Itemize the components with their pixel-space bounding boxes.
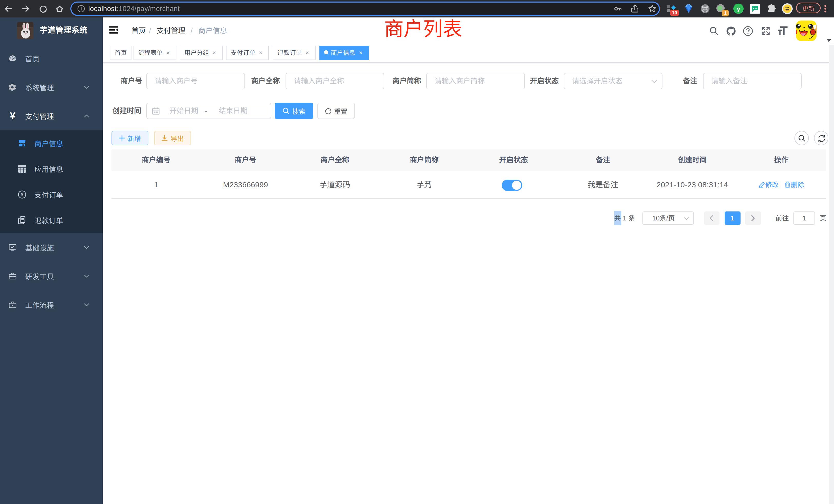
svg-text:¥: ¥ xyxy=(21,192,24,197)
svg-text:y: y xyxy=(737,5,740,12)
